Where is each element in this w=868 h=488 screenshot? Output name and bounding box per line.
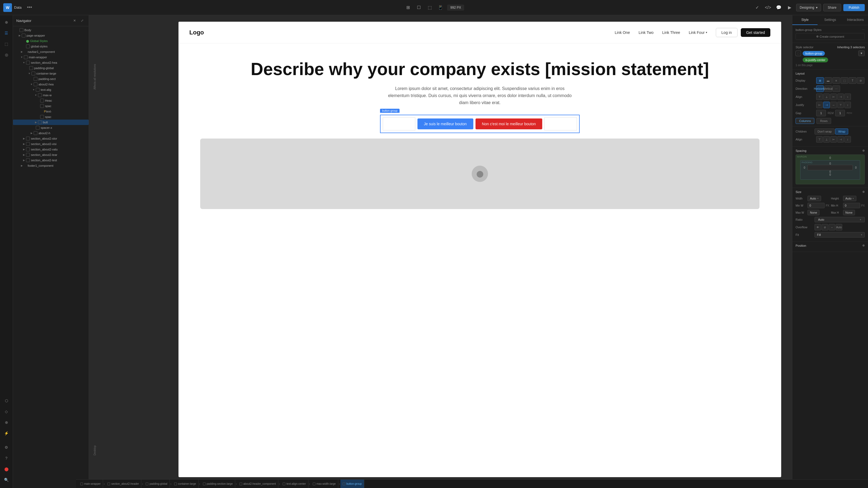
padding-right-val[interactable]: 0 <box>855 166 857 169</box>
breadcrumb-item-padding-section-large[interactable]: padding-section-large <box>201 480 235 488</box>
nav-checkbox[interactable] <box>20 28 23 32</box>
align-top-left-btn[interactable]: ⊤ <box>816 94 823 100</box>
nav-item-spac2[interactable]: spac <box>13 114 89 120</box>
breadcrumb-item-section-about2-header[interactable]: section_about2-header <box>105 480 141 488</box>
align-child-tc[interactable]: ⊥ <box>823 136 830 142</box>
spacing-add-btn[interactable]: ⊕ <box>862 149 865 152</box>
chip-is-justify-center[interactable]: is-justify-center <box>803 58 828 62</box>
overflow-scroll-icon[interactable]: ↔ <box>829 224 835 230</box>
nav-checkbox[interactable] <box>26 158 30 162</box>
nav-checkbox[interactable] <box>24 55 28 59</box>
align-child-bc[interactable]: ⊣ <box>837 136 844 142</box>
align-child-tl[interactable]: ⊤ <box>816 136 823 142</box>
gap-value2-input[interactable] <box>835 110 845 116</box>
viewport-tablet-icon[interactable]: ⬚ <box>425 3 434 12</box>
overflow-hidden-icon[interactable]: ⊘ <box>822 224 828 230</box>
nav-item-text-alig[interactable]: ▼ text-alig <box>13 87 89 93</box>
nav-checkbox[interactable] <box>22 34 26 37</box>
dont-wrap-btn[interactable]: Don't wrap <box>814 129 835 134</box>
nav-checkbox[interactable] <box>38 93 42 97</box>
padding-bottom-val[interactable]: 0 <box>804 173 857 176</box>
nav-item-navbar1[interactable]: ▶ navbar1_component <box>13 49 89 55</box>
justify-center-btn[interactable]: ⊣ <box>823 102 830 108</box>
expand-icon[interactable]: ⋯ <box>862 28 865 31</box>
nav-item-footer1[interactable]: ▶ footer1_component <box>13 163 89 168</box>
size-add-btn[interactable]: ⊕ <box>862 190 865 194</box>
help-icon-btn[interactable]: ? <box>2 453 11 463</box>
align-child-str[interactable]: ↕ <box>844 136 851 142</box>
nav-link-three[interactable]: Link Three <box>662 30 680 35</box>
min-h-input[interactable] <box>843 203 860 208</box>
nav-item-spac1[interactable]: spac <box>13 103 89 109</box>
publish-button[interactable]: Publish <box>843 4 865 11</box>
nav-checkbox[interactable] <box>26 142 30 146</box>
nav-checkbox[interactable] <box>34 83 37 86</box>
breadcrumb-item-max-width-large[interactable]: max-width-large <box>311 480 338 488</box>
align-top-center-btn[interactable]: ⊥ <box>823 94 830 100</box>
designing-button[interactable]: Designing ▾ <box>796 4 821 11</box>
gap-value-input[interactable] <box>816 110 826 116</box>
justify-around-btn[interactable]: ↕ <box>844 102 851 108</box>
navigator-icon-btn[interactable]: ☰ <box>2 28 11 38</box>
nav-checkbox[interactable] <box>26 153 30 157</box>
nav-item-section-tear[interactable]: ▶ section_about2-tear <box>13 152 89 158</box>
nav-item-padding-sect[interactable]: padding-sect <box>13 76 89 82</box>
breadcrumb-item-about2-header-component[interactable]: about2-header_component <box>237 480 278 488</box>
chip-button-group[interactable]: button-group <box>803 51 825 56</box>
nav-checkbox[interactable] <box>26 137 30 140</box>
nav-checkbox[interactable] <box>38 120 42 124</box>
checkmark-icon[interactable]: ✓ <box>753 3 762 12</box>
height-input[interactable]: Auto▾ <box>843 196 857 201</box>
login-button[interactable]: Log in <box>716 28 738 37</box>
align-top-right-btn[interactable]: ⊢ <box>830 94 837 100</box>
selector-icon-btn[interactable]: ⬚ <box>796 51 801 56</box>
align-child-bl[interactable]: ⊢ <box>830 136 837 142</box>
create-component-btn[interactable]: ⊕ Create component <box>796 33 865 40</box>
btn-red[interactable]: Non c'est moi le meilleur bouton <box>475 119 542 129</box>
breadcrumb-item-container-large[interactable]: container-large <box>172 480 198 488</box>
dir-vertical-btn[interactable]: Vertical <box>824 86 832 92</box>
preview-icon[interactable]: ▶ <box>785 3 794 12</box>
breadcrumb-item-text-align-center[interactable]: text-align-center <box>280 480 308 488</box>
breadcrumb-item-main-wrapper[interactable]: main-wrapper <box>78 480 103 488</box>
viewport-mobile-icon[interactable]: 📱 <box>436 3 445 12</box>
nav-link-four[interactable]: Link Four ▾ <box>689 30 707 35</box>
nav-checkbox[interactable] <box>40 99 44 102</box>
display-none-icon[interactable]: ⊘ <box>857 77 865 84</box>
close-red-icon-btn[interactable]: ⬤ <box>2 464 11 474</box>
nav-checkbox[interactable] <box>26 148 30 151</box>
nav-checkbox[interactable] <box>36 88 40 92</box>
display-text-icon[interactable]: T <box>849 77 856 84</box>
viewport-desktop-icon[interactable]: ☐ <box>414 3 423 12</box>
nav-item-section-visi[interactable]: ▶ section_about2-visi <box>13 141 89 147</box>
justify-start-btn[interactable]: ⊢ <box>816 102 823 108</box>
more-menu-icon[interactable]: ••• <box>27 5 32 10</box>
cms-icon-btn[interactable]: ⬡ <box>2 396 11 405</box>
nav-checkbox[interactable] <box>26 61 30 65</box>
nav-item-butt[interactable]: ▶ butt <box>13 120 89 125</box>
viewport-px[interactable]: 992 PX <box>447 5 464 10</box>
apps-icon-btn[interactable]: ⊕ <box>2 418 11 427</box>
rows-btn[interactable]: Rows <box>816 118 831 124</box>
nav-checkbox[interactable] <box>31 72 35 75</box>
min-w-input[interactable] <box>807 203 825 208</box>
nav-item-text[interactable]: P text- <box>13 109 89 114</box>
padding-center-val[interactable]: 0 <box>804 170 857 173</box>
ratio-select[interactable]: Auto▾ <box>814 217 865 222</box>
nav-checkbox[interactable] <box>34 131 37 135</box>
search-icon-btn[interactable]: 🔍 <box>2 475 11 485</box>
tab-style[interactable]: Style <box>792 15 817 25</box>
align-stretch-btn[interactable]: ↕ <box>844 94 851 100</box>
pages-icon-btn[interactable]: ⬚ <box>2 39 11 49</box>
nav-checkbox[interactable] <box>34 77 37 81</box>
max-w-input[interactable]: None <box>807 210 819 215</box>
display-grid-icon[interactable]: ⊞ <box>816 77 824 84</box>
breadcrumb-item-button-group[interactable]: button-group <box>340 480 364 488</box>
overflow-visible-icon[interactable]: 👁 <box>814 224 821 230</box>
display-inline-icon[interactable]: ≡ <box>833 77 840 84</box>
selector-dropdown[interactable]: ▾ <box>858 51 865 56</box>
nav-link-one[interactable]: Link One <box>615 30 630 35</box>
nav-item-section-test[interactable]: ▶ section_about2-test <box>13 158 89 163</box>
btn-blue[interactable]: Je suis le meilleur bouton <box>417 119 473 129</box>
comment-icon[interactable]: 💬 <box>774 3 783 12</box>
